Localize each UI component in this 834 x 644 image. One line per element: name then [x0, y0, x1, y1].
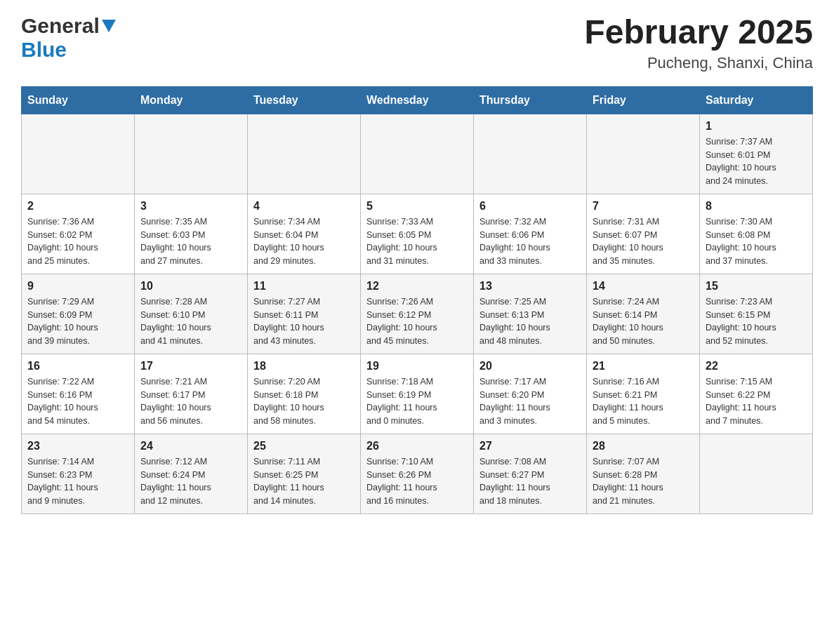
- calendar-cell: 14Sunrise: 7:24 AM Sunset: 6:14 PM Dayli…: [587, 274, 700, 354]
- calendar-cell: 5Sunrise: 7:33 AM Sunset: 6:05 PM Daylig…: [361, 194, 474, 274]
- day-number: 14: [593, 280, 694, 293]
- day-number: 28: [593, 440, 694, 452]
- calendar-cell: 20Sunrise: 7:17 AM Sunset: 6:20 PM Dayli…: [474, 354, 587, 434]
- calendar-cell: 23Sunrise: 7:14 AM Sunset: 6:23 PM Dayli…: [22, 434, 135, 514]
- calendar-cell: 6Sunrise: 7:32 AM Sunset: 6:06 PM Daylig…: [474, 194, 587, 274]
- day-info: Sunrise: 7:35 AM Sunset: 6:03 PM Dayligh…: [140, 215, 241, 268]
- day-number: 5: [366, 200, 468, 213]
- day-info: Sunrise: 7:12 AM Sunset: 6:24 PM Dayligh…: [140, 455, 241, 508]
- calendar-cell: 13Sunrise: 7:25 AM Sunset: 6:13 PM Dayli…: [474, 274, 587, 354]
- calendar-cell: 24Sunrise: 7:12 AM Sunset: 6:24 PM Dayli…: [135, 434, 248, 514]
- day-number: 8: [706, 200, 807, 213]
- day-info: Sunrise: 7:16 AM Sunset: 6:21 PM Dayligh…: [593, 375, 694, 428]
- day-number: 13: [479, 280, 581, 293]
- calendar-cell: 28Sunrise: 7:07 AM Sunset: 6:28 PM Dayli…: [587, 434, 700, 514]
- day-info: Sunrise: 7:28 AM Sunset: 6:10 PM Dayligh…: [140, 295, 241, 348]
- calendar-cell: 25Sunrise: 7:11 AM Sunset: 6:25 PM Dayli…: [248, 434, 361, 514]
- day-info: Sunrise: 7:29 AM Sunset: 6:09 PM Dayligh…: [27, 295, 128, 348]
- day-number: 15: [706, 280, 807, 293]
- calendar-cell: 3Sunrise: 7:35 AM Sunset: 6:03 PM Daylig…: [135, 194, 248, 274]
- day-info: Sunrise: 7:33 AM Sunset: 6:05 PM Dayligh…: [366, 215, 468, 268]
- day-number: 17: [140, 360, 241, 373]
- day-info: Sunrise: 7:22 AM Sunset: 6:16 PM Dayligh…: [27, 375, 128, 428]
- day-info: Sunrise: 7:08 AM Sunset: 6:27 PM Dayligh…: [479, 455, 581, 508]
- day-info: Sunrise: 7:18 AM Sunset: 6:19 PM Dayligh…: [366, 375, 468, 428]
- day-number: 25: [253, 440, 355, 452]
- calendar-header-row: SundayMondayTuesdayWednesdayThursdayFrid…: [22, 86, 813, 114]
- calendar-cell: 12Sunrise: 7:26 AM Sunset: 6:12 PM Dayli…: [361, 274, 474, 354]
- day-number: 11: [253, 280, 355, 293]
- calendar-cell: [361, 114, 474, 194]
- logo-triangle-icon: [102, 20, 116, 35]
- logo-general-text: General: [21, 14, 100, 38]
- day-number: 1: [706, 120, 807, 133]
- day-number: 22: [706, 360, 807, 373]
- day-number: 6: [479, 200, 581, 213]
- day-number: 9: [27, 280, 128, 293]
- calendar-week-row: 23Sunrise: 7:14 AM Sunset: 6:23 PM Dayli…: [22, 434, 813, 514]
- calendar-cell: 16Sunrise: 7:22 AM Sunset: 6:16 PM Dayli…: [22, 354, 135, 434]
- calendar-cell: 22Sunrise: 7:15 AM Sunset: 6:22 PM Dayli…: [700, 354, 813, 434]
- calendar-cell: 4Sunrise: 7:34 AM Sunset: 6:04 PM Daylig…: [248, 194, 361, 274]
- calendar-cell: 2Sunrise: 7:36 AM Sunset: 6:02 PM Daylig…: [22, 194, 135, 274]
- day-number: 10: [140, 280, 241, 293]
- calendar-cell: 8Sunrise: 7:30 AM Sunset: 6:08 PM Daylig…: [700, 194, 813, 274]
- day-info: Sunrise: 7:10 AM Sunset: 6:26 PM Dayligh…: [366, 455, 468, 508]
- day-number: 19: [366, 360, 468, 373]
- calendar-cell: 26Sunrise: 7:10 AM Sunset: 6:26 PM Dayli…: [361, 434, 474, 514]
- title-block: February 2025 Pucheng, Shanxi, China: [584, 14, 813, 72]
- calendar-cell: 10Sunrise: 7:28 AM Sunset: 6:10 PM Dayli…: [135, 274, 248, 354]
- col-header-tuesday: Tuesday: [248, 86, 361, 114]
- calendar-cell: [700, 434, 813, 514]
- calendar-cell: 9Sunrise: 7:29 AM Sunset: 6:09 PM Daylig…: [22, 274, 135, 354]
- calendar-cell: 11Sunrise: 7:27 AM Sunset: 6:11 PM Dayli…: [248, 274, 361, 354]
- day-number: 4: [253, 200, 355, 213]
- day-info: Sunrise: 7:14 AM Sunset: 6:23 PM Dayligh…: [27, 455, 128, 508]
- month-title: February 2025: [584, 14, 813, 51]
- calendar-cell: 1Sunrise: 7:37 AM Sunset: 6:01 PM Daylig…: [700, 114, 813, 194]
- calendar-cell: [248, 114, 361, 194]
- day-info: Sunrise: 7:07 AM Sunset: 6:28 PM Dayligh…: [593, 455, 694, 508]
- calendar-table: SundayMondayTuesdayWednesdayThursdayFrid…: [21, 86, 813, 514]
- col-header-sunday: Sunday: [22, 86, 135, 114]
- day-number: 27: [479, 440, 581, 452]
- calendar-cell: [474, 114, 587, 194]
- svg-marker-0: [102, 20, 116, 32]
- day-info: Sunrise: 7:23 AM Sunset: 6:15 PM Dayligh…: [706, 295, 807, 348]
- page-header: General Blue February 2025 Pucheng, Shan…: [21, 14, 813, 72]
- day-number: 24: [140, 440, 241, 452]
- location: Pucheng, Shanxi, China: [584, 54, 813, 72]
- calendar-cell: 27Sunrise: 7:08 AM Sunset: 6:27 PM Dayli…: [474, 434, 587, 514]
- day-info: Sunrise: 7:24 AM Sunset: 6:14 PM Dayligh…: [593, 295, 694, 348]
- day-info: Sunrise: 7:30 AM Sunset: 6:08 PM Dayligh…: [706, 215, 807, 268]
- day-info: Sunrise: 7:21 AM Sunset: 6:17 PM Dayligh…: [140, 375, 241, 428]
- calendar-cell: 15Sunrise: 7:23 AM Sunset: 6:15 PM Dayli…: [700, 274, 813, 354]
- day-info: Sunrise: 7:36 AM Sunset: 6:02 PM Dayligh…: [27, 215, 128, 268]
- day-info: Sunrise: 7:11 AM Sunset: 6:25 PM Dayligh…: [253, 455, 355, 508]
- day-info: Sunrise: 7:26 AM Sunset: 6:12 PM Dayligh…: [366, 295, 468, 348]
- col-header-wednesday: Wednesday: [361, 86, 474, 114]
- calendar-cell: [22, 114, 135, 194]
- day-number: 23: [27, 440, 128, 452]
- day-number: 16: [27, 360, 128, 373]
- day-info: Sunrise: 7:20 AM Sunset: 6:18 PM Dayligh…: [253, 375, 355, 428]
- day-info: Sunrise: 7:37 AM Sunset: 6:01 PM Dayligh…: [706, 135, 807, 188]
- logo: General Blue: [21, 14, 116, 62]
- day-number: 2: [27, 200, 128, 213]
- col-header-friday: Friday: [587, 86, 700, 114]
- calendar-week-row: 9Sunrise: 7:29 AM Sunset: 6:09 PM Daylig…: [22, 274, 813, 354]
- day-info: Sunrise: 7:27 AM Sunset: 6:11 PM Dayligh…: [253, 295, 355, 348]
- calendar-cell: 17Sunrise: 7:21 AM Sunset: 6:17 PM Dayli…: [135, 354, 248, 434]
- day-number: 3: [140, 200, 241, 213]
- day-info: Sunrise: 7:32 AM Sunset: 6:06 PM Dayligh…: [479, 215, 581, 268]
- calendar-cell: 19Sunrise: 7:18 AM Sunset: 6:19 PM Dayli…: [361, 354, 474, 434]
- day-number: 21: [593, 360, 694, 373]
- col-header-saturday: Saturday: [700, 86, 813, 114]
- day-number: 20: [479, 360, 581, 373]
- day-info: Sunrise: 7:31 AM Sunset: 6:07 PM Dayligh…: [593, 215, 694, 268]
- calendar-cell: 18Sunrise: 7:20 AM Sunset: 6:18 PM Dayli…: [248, 354, 361, 434]
- day-number: 12: [366, 280, 468, 293]
- day-info: Sunrise: 7:34 AM Sunset: 6:04 PM Dayligh…: [253, 215, 355, 268]
- calendar-week-row: 2Sunrise: 7:36 AM Sunset: 6:02 PM Daylig…: [22, 194, 813, 274]
- calendar-cell: 7Sunrise: 7:31 AM Sunset: 6:07 PM Daylig…: [587, 194, 700, 274]
